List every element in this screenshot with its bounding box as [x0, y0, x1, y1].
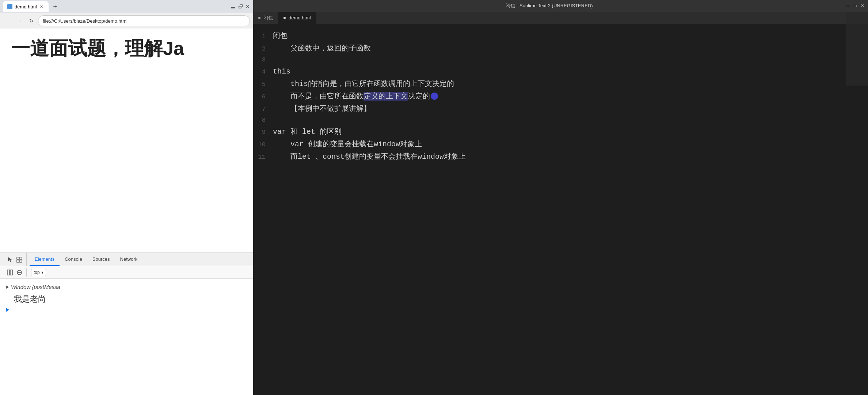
devtools-content: Window {postMessa 我是老尚: [0, 279, 253, 395]
svg-rect-3: [17, 260, 19, 262]
tab-favicon: [7, 4, 12, 9]
scope-label: top: [34, 270, 40, 275]
address-text: file:///C:/Users/blaze/Desktop/demo.html: [43, 18, 127, 24]
devtools-panel: Elements Console Sources Network: [0, 252, 253, 395]
tab-indicator-active: [283, 17, 286, 19]
line-number: 1: [257, 31, 273, 42]
window-text: Window {postMessa: [11, 284, 60, 290]
devtools-icon-group: [3, 253, 27, 266]
sublime-close[interactable]: ✕: [860, 3, 865, 8]
devtools-filter-bar: top ▾: [0, 266, 253, 279]
line-number: 7: [257, 104, 273, 115]
tab-elements[interactable]: Elements: [30, 253, 60, 266]
inspect-icon[interactable]: [15, 256, 23, 264]
minimap: [846, 12, 868, 86]
page-title: 一道面试题，理解Ja: [0, 29, 253, 65]
browser-close[interactable]: ✕: [245, 4, 250, 10]
bottom-chevron[interactable]: [6, 308, 9, 312]
tab-bar: demo.html ✕ +: [3, 1, 227, 12]
sublime-win-controls: — □ ✕: [845, 3, 865, 8]
view-mode-icon[interactable]: [6, 268, 14, 276]
reload-button[interactable]: ↻: [26, 16, 37, 26]
browser-restore[interactable]: 🗗: [238, 4, 243, 10]
line-number: 8: [257, 115, 273, 126]
browser-minimize[interactable]: 🗕: [230, 3, 236, 10]
line-number: 2: [257, 44, 273, 54]
scope-dropdown[interactable]: top ▾: [31, 269, 46, 276]
line-content: 而不是，由它所在函数定义的上下文决定的: [273, 90, 438, 103]
line-number: 11: [257, 152, 273, 163]
sublime-minimize[interactable]: —: [845, 3, 850, 8]
svg-rect-2: [20, 257, 22, 259]
code-line: 5 this的指向是，由它所在函数调用的上下文决定的: [253, 78, 868, 90]
code-line: 9var 和 let 的区别: [253, 126, 868, 138]
code-line: 3: [253, 55, 868, 65]
svg-rect-5: [7, 270, 9, 275]
line-content: 而let 、const创建的变量不会挂载在window对象上: [273, 151, 466, 163]
sublime-panel: 闭包 - Sublime Text 2 (UNREGISTERED) — □ ✕…: [253, 0, 868, 395]
line-number: 10: [257, 140, 273, 150]
tab-label: demo.html: [15, 4, 37, 10]
tab-console[interactable]: Console: [60, 253, 87, 266]
line-number: 4: [257, 67, 273, 78]
code-line: 7 【本例中不做扩展讲解】: [253, 103, 868, 115]
svg-rect-1: [17, 257, 19, 259]
line-content: 【本例中不做扩展讲解】: [273, 103, 371, 115]
tab-network[interactable]: Network: [115, 253, 143, 266]
back-button[interactable]: ←: [3, 16, 13, 26]
cursor-icon[interactable]: [6, 256, 14, 264]
browser-controls: ← → ↻ file:///C:/Users/blaze/Desktop/dem…: [0, 13, 253, 29]
line-content: this的指向是，由它所在函数调用的上下文决定的: [273, 78, 454, 90]
svg-marker-0: [8, 257, 12, 262]
tab-indicator: [258, 17, 260, 19]
forward-button[interactable]: →: [15, 16, 25, 26]
tab-close-button[interactable]: ✕: [39, 4, 44, 9]
sublime-editor[interactable]: 1闭包2 父函数中，返回的子函数34this5 this的指向是，由它所在函数调…: [253, 24, 868, 395]
cursor-dot: [431, 93, 438, 100]
line-content: this: [273, 65, 290, 78]
line-number: 3: [257, 55, 273, 65]
sublime-tabbar: 闭包 demo.html: [253, 12, 868, 24]
line-content: var 创建的变量会挂载在window对象上: [273, 138, 422, 151]
line-number: 6: [257, 92, 273, 102]
line-content: 父函数中，返回的子函数: [273, 42, 371, 55]
code-line: 6 而不是，由它所在函数定义的上下文决定的: [253, 90, 868, 103]
tab-sources[interactable]: Sources: [87, 253, 115, 266]
dropdown-arrow: ▾: [41, 270, 43, 275]
browser-titlebar: demo.html ✕ + 🗕 🗗 ✕: [0, 0, 253, 13]
sublime-title: 闭包 - Sublime Text 2 (UNREGISTERED): [256, 3, 842, 9]
browser-content: 一道面试题，理解Ja: [0, 29, 253, 252]
filter-icon-group: [3, 268, 27, 276]
code-line: 2 父函数中，返回的子函数: [253, 42, 868, 55]
line-number: 5: [257, 79, 273, 90]
window-node: Window {postMessa: [6, 282, 247, 291]
svg-rect-4: [20, 260, 22, 262]
code-line: 10 var 创建的变量会挂载在window对象上: [253, 138, 868, 151]
no-entry-icon[interactable]: [15, 268, 23, 276]
code-line: 4this: [253, 65, 868, 78]
code-line: 1闭包: [253, 30, 868, 42]
sublime-maximize[interactable]: □: [853, 3, 858, 8]
sublime-tab-demo[interactable]: demo.html: [278, 12, 316, 24]
tab-label-bibao: 闭包: [263, 15, 273, 21]
address-bar[interactable]: file:///C:/Users/blaze/Desktop/demo.html: [38, 15, 250, 26]
devtools-tabbar: Elements Console Sources Network: [0, 253, 253, 266]
expand-arrow[interactable]: [6, 285, 9, 289]
browser-panel: demo.html ✕ + 🗕 🗗 ✕ ← → ↻ file:///C:/Use…: [0, 0, 253, 395]
line-content: 闭包: [273, 30, 288, 42]
svg-rect-6: [10, 270, 12, 275]
line-number: 9: [257, 127, 273, 138]
line-content: var 和 let 的区别: [273, 126, 342, 138]
code-line: 11 而let 、const创建的变量不会挂载在window对象上: [253, 151, 868, 163]
browser-tab-demo[interactable]: demo.html ✕: [3, 1, 49, 12]
sublime-tab-bibao[interactable]: 闭包: [253, 12, 278, 24]
tab-label-demo: demo.html: [289, 15, 311, 20]
my-text-output: 我是老尚: [6, 291, 247, 305]
code-line: 8: [253, 115, 868, 126]
sublime-titlebar: 闭包 - Sublime Text 2 (UNREGISTERED) — □ ✕: [253, 0, 868, 12]
highlighted-text: 定义的上下文: [363, 92, 408, 101]
new-tab-button[interactable]: +: [50, 1, 60, 12]
